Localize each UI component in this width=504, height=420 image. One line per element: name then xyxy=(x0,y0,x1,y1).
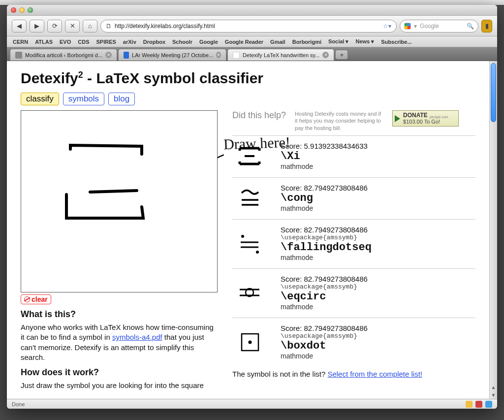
scroll-down-icon[interactable]: ▼ xyxy=(490,391,497,399)
donate-button[interactable]: DONATE pledgie.com $103.00 To Go! xyxy=(392,110,459,127)
latex-command: \boxdot xyxy=(281,340,368,352)
drawing-canvas[interactable] xyxy=(21,110,218,292)
mode-label: mathmode xyxy=(281,204,368,212)
clear-button[interactable]: clear xyxy=(21,294,51,304)
score-label: Score: 82.7949273808486 xyxy=(281,324,368,332)
symbol-preview xyxy=(232,231,267,256)
new-tab-button[interactable]: + xyxy=(335,50,348,60)
scrollbar[interactable]: ▲ ▼ xyxy=(489,61,497,399)
page-title: Detexify2 - LaTeX symbol classifier xyxy=(21,70,475,87)
home-button[interactable]: ⌂ xyxy=(83,20,97,32)
tab-bar: Modifica articoli ‹ Borborigmi d... × LA… xyxy=(7,47,497,61)
bookmark-item[interactable]: EVO xyxy=(60,39,71,45)
bookmark-star-icon[interactable]: ☆▾ xyxy=(383,23,391,30)
clear-icon xyxy=(24,296,30,302)
close-tab-icon[interactable]: × xyxy=(105,52,112,58)
window-controls xyxy=(11,7,33,13)
symbol-preview xyxy=(232,186,267,210)
bookmarks-bar: CERN ATLAS EVO CDS SPIRES arXiv Dropbox … xyxy=(7,36,497,47)
scroll-thumb[interactable] xyxy=(491,63,496,122)
addon-icon[interactable]: ▮ xyxy=(481,20,492,32)
browser-window: ◀ ▶ ⟳ ✕ ⌂ 🗋 http://detexify.kirelabs.org… xyxy=(7,5,497,409)
svg-point-9 xyxy=(241,235,244,238)
forward-button[interactable]: ▶ xyxy=(30,20,44,32)
how-work-text: Just draw the symbol you are looking for… xyxy=(21,381,218,390)
nav-toolbar: ◀ ▶ ⟳ ✕ ⌂ 🗋 http://detexify.kirelabs.org… xyxy=(7,16,497,36)
tab[interactable]: Modifica articoli ‹ Borborigmi d... × xyxy=(10,49,117,61)
bookmark-item[interactable]: Social ▾ xyxy=(328,38,348,45)
page-content: Detexify2 - LaTeX symbol classifier clas… xyxy=(7,61,489,399)
hosting-note: Hosting Detexify costs money and if it h… xyxy=(295,110,383,131)
what-is-text: Anyone who works with LaTeX knows how ti… xyxy=(21,323,218,362)
close-tab-icon[interactable]: × xyxy=(322,52,329,58)
bookmark-item[interactable]: Schoolr xyxy=(172,39,192,45)
stop-button[interactable]: ✕ xyxy=(65,20,80,32)
svg-point-17 xyxy=(249,341,252,344)
mode-label: mathmode xyxy=(281,254,372,261)
bookmark-item[interactable]: Subscribe... xyxy=(381,39,411,45)
bookmark-item[interactable]: News ▾ xyxy=(355,38,374,45)
result-row[interactable]: Score: 82.7949273808486 \cong mathmode xyxy=(232,177,475,219)
titlebar xyxy=(7,5,497,16)
tab-blog[interactable]: blog xyxy=(108,93,135,105)
score-label: Score: 5.91392338434633 xyxy=(281,142,368,150)
mode-label: mathmode xyxy=(281,352,368,360)
svg-point-12 xyxy=(256,251,259,254)
not-in-list: The symbol is not in the list? Select fr… xyxy=(232,370,475,378)
bookmark-item[interactable]: arXiv xyxy=(123,39,136,45)
status-icon[interactable] xyxy=(475,401,482,408)
symbols-pdf-link[interactable]: symbols-a4.pdf xyxy=(112,333,162,341)
result-row[interactable]: Score: 82.7949273808486 \usepackage{amss… xyxy=(232,318,475,367)
favicon-icon xyxy=(233,52,240,59)
status-text: Done xyxy=(12,401,25,407)
tab-classify[interactable]: classify xyxy=(21,93,59,105)
status-bar: Done xyxy=(7,399,497,409)
google-icon xyxy=(404,23,411,30)
status-icon[interactable] xyxy=(485,401,492,408)
reload-button[interactable]: ⟳ xyxy=(47,20,62,32)
latex-command: \eqcirc xyxy=(281,291,368,303)
complete-list-link[interactable]: Select from the complete list! xyxy=(327,370,422,378)
tab-symbols[interactable]: symbols xyxy=(63,93,104,105)
search-bar[interactable]: ▾ Google 🔍 xyxy=(400,20,478,32)
latex-command: \cong xyxy=(281,192,368,204)
bookmark-item[interactable]: CERN xyxy=(13,39,28,45)
tab[interactable]: Detexify LaTeX handwritten sy... × xyxy=(227,49,334,61)
close-icon[interactable] xyxy=(11,7,16,13)
bookmark-item[interactable]: Google Reader xyxy=(225,39,263,45)
search-placeholder: Google xyxy=(420,23,439,30)
latex-command: \fallingdotseq xyxy=(281,241,372,254)
score-label: Score: 82.7949273808486 xyxy=(281,226,372,234)
result-row[interactable]: Score: 82.7949273808486 \usepackage{amss… xyxy=(232,268,475,318)
bookmark-item[interactable]: CDS xyxy=(78,39,89,45)
bookmark-item[interactable]: Google xyxy=(199,39,218,45)
bookmark-item[interactable]: ATLAS xyxy=(35,39,53,45)
symbol-preview xyxy=(232,329,267,354)
result-row[interactable]: Score: 82.7949273808486 \usepackage{amss… xyxy=(232,219,475,268)
back-button[interactable]: ◀ xyxy=(12,20,27,32)
favicon-icon xyxy=(124,52,129,59)
package-label: \usepackage{amssymb} xyxy=(281,283,368,291)
bookmark-item[interactable]: Gmail xyxy=(270,39,285,45)
mode-label: mathmode xyxy=(281,303,368,311)
close-tab-icon[interactable]: × xyxy=(216,52,221,58)
minimize-icon[interactable] xyxy=(19,7,25,13)
tab[interactable]: LAr Weekly Meeting (27 Octobe... × xyxy=(118,49,226,61)
symbol-preview xyxy=(232,144,267,168)
bookmark-item[interactable]: SPIRES xyxy=(96,39,116,45)
bookmark-item[interactable]: Borborigmi xyxy=(292,39,321,45)
bookmark-item[interactable]: Dropbox xyxy=(143,39,165,45)
status-icon[interactable] xyxy=(466,401,472,408)
favicon-icon xyxy=(15,52,22,59)
result-row[interactable]: Score: 5.91392338434633 \Xi mathmode xyxy=(232,135,475,177)
latex-command: \Xi xyxy=(281,150,368,162)
score-label: Score: 82.7949273808486 xyxy=(281,275,368,283)
package-label: \usepackage{amssymb} xyxy=(281,234,372,241)
what-is-heading: What is this? xyxy=(21,309,218,320)
url-text: http://detexify.kirelabs.org/classify.ht… xyxy=(115,23,215,30)
url-bar[interactable]: 🗋 http://detexify.kirelabs.org/classify.… xyxy=(100,20,397,32)
scroll-up-icon[interactable]: ▲ xyxy=(490,383,497,391)
zoom-icon[interactable] xyxy=(28,7,33,13)
score-label: Score: 82.7949273808486 xyxy=(281,184,368,192)
nav-tabs: classify symbols blog xyxy=(21,93,475,105)
